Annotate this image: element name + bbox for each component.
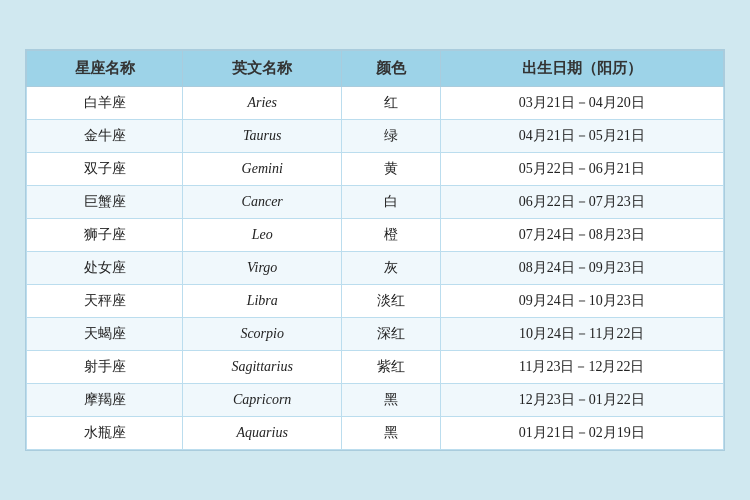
cell-date: 06月22日－07月23日 bbox=[440, 186, 723, 219]
cell-english: Virgo bbox=[183, 252, 342, 285]
cell-color: 橙 bbox=[342, 219, 440, 252]
cell-english: Capricorn bbox=[183, 384, 342, 417]
col-header-date: 出生日期（阳历） bbox=[440, 51, 723, 87]
table-row: 天蝎座Scorpio深红10月24日－11月22日 bbox=[27, 318, 724, 351]
cell-date: 12月23日－01月22日 bbox=[440, 384, 723, 417]
cell-color: 淡红 bbox=[342, 285, 440, 318]
cell-chinese: 白羊座 bbox=[27, 87, 183, 120]
cell-chinese: 处女座 bbox=[27, 252, 183, 285]
cell-color: 灰 bbox=[342, 252, 440, 285]
cell-chinese: 金牛座 bbox=[27, 120, 183, 153]
table-row: 白羊座Aries红03月21日－04月20日 bbox=[27, 87, 724, 120]
cell-english: Taurus bbox=[183, 120, 342, 153]
cell-color: 黑 bbox=[342, 417, 440, 450]
cell-chinese: 天蝎座 bbox=[27, 318, 183, 351]
cell-chinese: 巨蟹座 bbox=[27, 186, 183, 219]
table-header-row: 星座名称 英文名称 颜色 出生日期（阳历） bbox=[27, 51, 724, 87]
cell-english: Leo bbox=[183, 219, 342, 252]
table-row: 狮子座Leo橙07月24日－08月23日 bbox=[27, 219, 724, 252]
cell-date: 05月22日－06月21日 bbox=[440, 153, 723, 186]
cell-chinese: 狮子座 bbox=[27, 219, 183, 252]
cell-date: 04月21日－05月21日 bbox=[440, 120, 723, 153]
cell-chinese: 天秤座 bbox=[27, 285, 183, 318]
table-row: 巨蟹座Cancer白06月22日－07月23日 bbox=[27, 186, 724, 219]
cell-date: 09月24日－10月23日 bbox=[440, 285, 723, 318]
cell-english: Aquarius bbox=[183, 417, 342, 450]
col-header-english: 英文名称 bbox=[183, 51, 342, 87]
col-header-color: 颜色 bbox=[342, 51, 440, 87]
table-row: 处女座Virgo灰08月24日－09月23日 bbox=[27, 252, 724, 285]
cell-date: 08月24日－09月23日 bbox=[440, 252, 723, 285]
cell-date: 10月24日－11月22日 bbox=[440, 318, 723, 351]
cell-english: Cancer bbox=[183, 186, 342, 219]
cell-color: 绿 bbox=[342, 120, 440, 153]
cell-color: 黄 bbox=[342, 153, 440, 186]
table-row: 水瓶座Aquarius黑01月21日－02月19日 bbox=[27, 417, 724, 450]
cell-color: 黑 bbox=[342, 384, 440, 417]
cell-english: Scorpio bbox=[183, 318, 342, 351]
cell-chinese: 射手座 bbox=[27, 351, 183, 384]
main-container: 星座名称 英文名称 颜色 出生日期（阳历） 白羊座Aries红03月21日－04… bbox=[25, 49, 725, 451]
cell-chinese: 摩羯座 bbox=[27, 384, 183, 417]
cell-english: Aries bbox=[183, 87, 342, 120]
cell-english: Libra bbox=[183, 285, 342, 318]
cell-chinese: 双子座 bbox=[27, 153, 183, 186]
table-row: 摩羯座Capricorn黑12月23日－01月22日 bbox=[27, 384, 724, 417]
cell-date: 11月23日－12月22日 bbox=[440, 351, 723, 384]
cell-color: 紫红 bbox=[342, 351, 440, 384]
table-row: 金牛座Taurus绿04月21日－05月21日 bbox=[27, 120, 724, 153]
cell-date: 07月24日－08月23日 bbox=[440, 219, 723, 252]
table-row: 天秤座Libra淡红09月24日－10月23日 bbox=[27, 285, 724, 318]
cell-color: 白 bbox=[342, 186, 440, 219]
cell-color: 红 bbox=[342, 87, 440, 120]
cell-chinese: 水瓶座 bbox=[27, 417, 183, 450]
table-row: 双子座Gemini黄05月22日－06月21日 bbox=[27, 153, 724, 186]
cell-date: 03月21日－04月20日 bbox=[440, 87, 723, 120]
cell-color: 深红 bbox=[342, 318, 440, 351]
cell-english: Gemini bbox=[183, 153, 342, 186]
table-row: 射手座Sagittarius紫红11月23日－12月22日 bbox=[27, 351, 724, 384]
col-header-chinese: 星座名称 bbox=[27, 51, 183, 87]
cell-english: Sagittarius bbox=[183, 351, 342, 384]
cell-date: 01月21日－02月19日 bbox=[440, 417, 723, 450]
zodiac-table: 星座名称 英文名称 颜色 出生日期（阳历） 白羊座Aries红03月21日－04… bbox=[26, 50, 724, 450]
